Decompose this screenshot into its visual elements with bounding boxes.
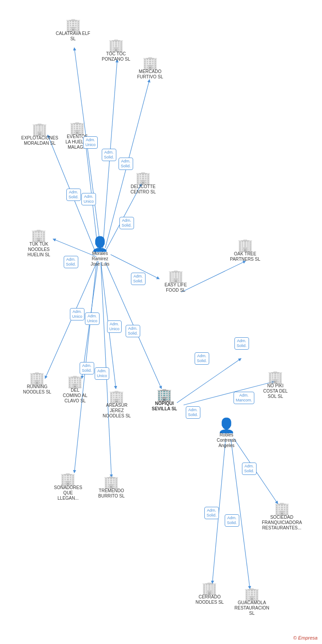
badge-adm-unico-6[interactable]: Adm.Unico (95, 367, 109, 380)
node-morales[interactable]: 👤 MoralesRamirezJose Luis (91, 237, 109, 267)
badge-adm-unico-4[interactable]: Adm.Unico (85, 312, 100, 325)
node-guacamola[interactable]: 🏢 GUACAMOLARESTAURACIONSL (234, 588, 269, 616)
badge-adm-solid-14[interactable]: Adm.Solid. (225, 514, 239, 527)
badge-adm-solid-9[interactable]: Adm.Solid. (126, 325, 140, 337)
badge-adm-solid-5[interactable]: Adm.Solid. (64, 256, 78, 268)
graph-container: 🏢 CALATRAVA ELF SL 🏢 TOC TOCPONZANO SL 🏢… (0, 0, 322, 644)
building-icon-areasur: 🏢 (109, 390, 124, 403)
node-nopiki[interactable]: 🏢 NO PIKICOSTA DELSOL SL (263, 371, 288, 399)
building-icon-oaktree: 🏢 (238, 239, 253, 251)
label-nopiki: NO PIKICOSTA DELSOL SL (263, 383, 288, 399)
node-mercado[interactable]: 🏢 MERCADOFURTIVO SL (137, 57, 163, 80)
node-sociedad[interactable]: 🏢 SOCIEDADFRANQUICIADORARESTAURANTES... (262, 502, 302, 531)
node-robles[interactable]: 👤 RoblesContrerasAngeles (217, 418, 236, 448)
label-explotaciones: EXPLOTACIONESMORALDAN SL (21, 135, 58, 146)
label-sociedad: SOCIEDADFRANQUICIADORARESTAURANTES... (262, 515, 302, 531)
badge-adm-unico-2[interactable]: Adm.Unico (81, 193, 96, 205)
badge-adm-solid-2[interactable]: Adm.Solid. (119, 158, 133, 170)
label-delicotte: DELICOTTECENTRO SL (130, 184, 156, 195)
building-icon-sociedad: 🏢 (274, 502, 290, 515)
building-icon-delicotte: 🏢 (135, 172, 151, 184)
building-icon-cerrado: 🏢 (202, 582, 217, 594)
building-icon-tremendo: 🏢 (104, 476, 119, 488)
svg-line-15 (177, 359, 241, 403)
label-morales: MoralesRamirezJose Luis (91, 251, 109, 267)
badge-adm-solid-12[interactable]: Adm.Solid. (242, 463, 257, 475)
badge-adm-solid-1[interactable]: Adm.Solid. (102, 149, 116, 161)
node-calatrava[interactable]: 🏢 CALATRAVA ELF SL (53, 19, 93, 42)
node-cerrado[interactable]: 🏢 CERRADONOODLES SL (196, 582, 224, 605)
building-icon-toctoc: 🏢 (108, 39, 124, 51)
watermark: © Empresa (293, 635, 318, 640)
person-icon-robles: 👤 (218, 418, 235, 432)
badge-adm-solid-6[interactable]: Adm.Solid. (131, 273, 146, 285)
badge-adm-solid-10[interactable]: Adm.Solid. (80, 362, 94, 374)
building-icon-explotaciones: 🏢 (32, 123, 47, 135)
label-mercado: MERCADOFURTIVO SL (137, 69, 163, 80)
label-calatrava: CALATRAVA ELF SL (53, 31, 93, 42)
building-icon-calatrava: 🏢 (65, 19, 81, 31)
label-guacamola: GUACAMOLARESTAURACIONSL (234, 600, 269, 616)
label-areasur: AREASURJEREZNOODLES SL (103, 403, 131, 419)
node-areasur[interactable]: 🏢 AREASURJEREZNOODLES SL (103, 390, 131, 419)
badge-adm-mancom[interactable]: Adm.Mancom. (234, 392, 254, 404)
badge-adm-solid-8[interactable]: Adm.Solid. (195, 352, 209, 365)
node-tremendo[interactable]: 🏢 TREMENDOBURRITO SL (98, 476, 125, 499)
badge-adm-unico-1[interactable]: Adm.Unico (83, 136, 98, 149)
svg-line-16 (184, 382, 274, 405)
building-icon-mercado: 🏢 (142, 57, 158, 69)
badge-adm-solid-11[interactable]: Adm.Solid. (186, 406, 200, 419)
building-icon-nopiki: 🏢 (268, 371, 283, 383)
svg-line-14 (181, 261, 245, 292)
building-icon-delcomino: 🏢 (67, 375, 83, 388)
node-delicotte[interactable]: 🏢 DELICOTTECENTRO SL (130, 172, 156, 195)
svg-line-6 (53, 239, 96, 257)
label-soñadores: SOÑADORESQUELLEGAN... (54, 485, 82, 501)
building-icon-eventos: 🏢 (69, 122, 85, 134)
label-cerrado: CERRADONOODLES SL (196, 594, 224, 605)
building-icon-nopiqui: 🏢 (157, 389, 172, 401)
badge-adm-solid-13[interactable]: Adm.Solid. (204, 507, 219, 519)
badge-adm-unico-5[interactable]: Adm.Unico (107, 320, 122, 333)
connection-lines (0, 0, 322, 644)
node-running[interactable]: 🏢 RUNNINGNOODLES SL (23, 372, 51, 395)
node-oaktree[interactable]: 🏢 OAK TREEPARTNERS SL (230, 239, 261, 262)
label-easylife: EASY LIFEFOOD SL (165, 282, 187, 293)
label-nopiqui: NOPIQUISEVILLA SL (152, 401, 177, 412)
person-icon-morales: 👤 (91, 237, 109, 251)
node-explotaciones[interactable]: 🏢 EXPLOTACIONESMORALDAN SL (21, 123, 58, 146)
label-robles: RoblesContrerasAngeles (217, 432, 236, 448)
label-tremendo: TREMENDOBURRITO SL (98, 488, 125, 499)
label-oaktree: OAK TREEPARTNERS SL (230, 251, 261, 262)
node-nopiqui[interactable]: 🏢 NOPIQUISEVILLA SL (152, 389, 177, 412)
label-tuktuk: TUK TUKNOODLESHUELIN SL (27, 242, 50, 258)
badge-adm-solid-4[interactable]: Adm.Solid. (119, 217, 134, 229)
label-delcomino: DELCOMINO ALCLAVO SL (63, 388, 88, 404)
badge-adm-unico-3[interactable]: Adm.Unico (70, 308, 84, 320)
node-delcomino[interactable]: 🏢 DELCOMINO ALCLAVO SL (63, 375, 88, 404)
badge-adm-solid-7[interactable]: Adm.Solid. (234, 337, 249, 350)
building-icon-running: 🏢 (29, 372, 45, 384)
label-running: RUNNINGNOODLES SL (23, 384, 51, 395)
building-icon-soñadores: 🏢 (60, 473, 76, 485)
badge-adm-solid-3[interactable]: Adm.Solid. (66, 189, 81, 201)
building-icon-tuktuk: 🏢 (31, 229, 46, 242)
building-icon-guacamola: 🏢 (244, 588, 260, 600)
node-easylife[interactable]: 🏢 EASY LIFEFOOD SL (165, 270, 187, 293)
node-tuktuk[interactable]: 🏢 TUK TUKNOODLESHUELIN SL (27, 229, 50, 258)
node-soñadores[interactable]: 🏢 SOÑADORESQUELLEGAN... (54, 473, 82, 501)
svg-line-19 (231, 439, 250, 589)
label-toctoc: TOC TOCPONZANO SL (102, 51, 130, 62)
node-toctoc[interactable]: 🏢 TOC TOCPONZANO SL (102, 39, 130, 62)
building-icon-easylife: 🏢 (168, 270, 184, 282)
